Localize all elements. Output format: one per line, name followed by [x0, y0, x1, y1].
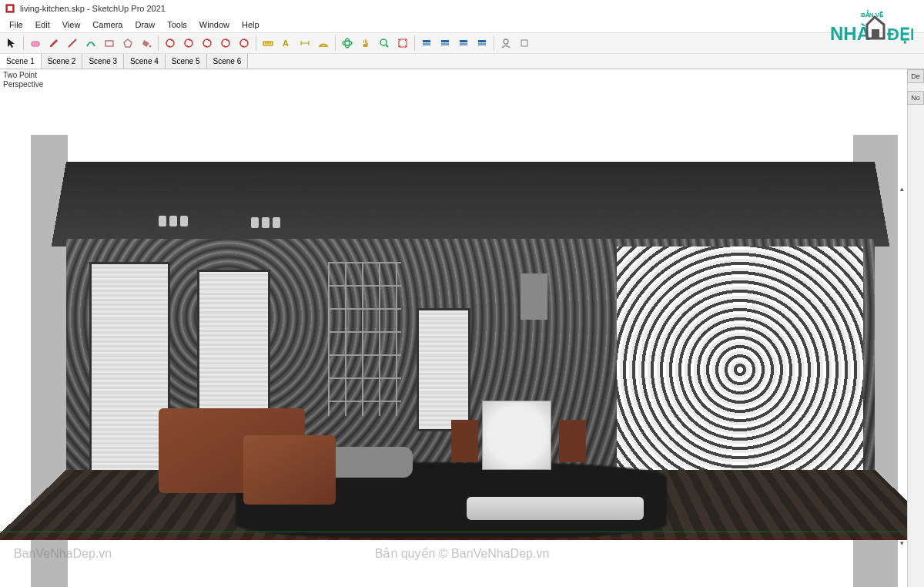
polygon-button[interactable] — [119, 35, 136, 52]
svg-rect-26 — [423, 43, 430, 45]
section-button[interactable] — [236, 35, 253, 52]
scene-tab-1[interactable]: Scene 1 — [0, 54, 42, 69]
svg-rect-32 — [478, 43, 486, 45]
track-light-1 — [159, 216, 166, 226]
menu-file[interactable]: File — [3, 18, 29, 31]
toolbar-separator — [158, 35, 159, 51]
svg-rect-2 — [32, 42, 39, 46]
zoom-extents-button[interactable] — [394, 35, 411, 52]
outliner-blue-button[interactable] — [437, 35, 454, 52]
orbit-red-icon — [182, 37, 195, 49]
protractor-icon — [317, 37, 330, 49]
scroll-down-icon[interactable]: ▾ — [898, 539, 906, 547]
rotate-red-button[interactable] — [162, 35, 179, 52]
toolbar-separator — [494, 35, 494, 51]
menu-view[interactable]: View — [56, 18, 87, 31]
zoom-extents-icon — [397, 37, 409, 49]
styles-blue-button[interactable] — [474, 35, 490, 52]
paint-bucket-button[interactable] — [138, 35, 155, 52]
orbit-red-button[interactable] — [180, 35, 197, 52]
scene-tab-6[interactable]: Scene 6 — [207, 54, 249, 69]
toolbar-separator — [23, 35, 24, 51]
select-arrow-button[interactable] — [3, 35, 20, 52]
toolbar-separator — [414, 35, 415, 51]
svg-rect-29 — [460, 40, 467, 42]
bar-chair-1 — [451, 420, 478, 462]
eraser-button[interactable] — [27, 35, 44, 52]
camera-mode-line1: Two Point — [3, 71, 43, 80]
paint-bucket-icon — [140, 37, 152, 49]
room-model — [66, 162, 875, 562]
svg-text:ĐẸP: ĐẸP — [887, 25, 913, 44]
svg-rect-34 — [521, 40, 527, 46]
menu-draw[interactable]: Draw — [129, 18, 161, 31]
line-button[interactable] — [64, 35, 81, 52]
svg-point-21 — [345, 39, 350, 48]
range-hood — [521, 273, 547, 320]
svg-text:BẢN VẼ: BẢN VẼ — [861, 9, 883, 18]
orbit-icon — [341, 37, 353, 49]
layer-blue-button[interactable] — [418, 35, 435, 52]
svg-rect-4 — [105, 41, 113, 46]
right-tray: De No — [907, 69, 924, 587]
viewport[interactable]: Two Point Perspective — [0, 69, 924, 587]
svg-text:A: A — [283, 39, 289, 48]
scroll-up-icon[interactable]: ▴ — [898, 185, 906, 193]
toolbar-separator — [256, 35, 256, 51]
menu-tools[interactable]: Tools — [161, 18, 193, 31]
scene-render — [0, 69, 924, 587]
outliner-blue-icon — [439, 37, 451, 49]
eraser-icon — [29, 37, 42, 49]
pencil-icon — [48, 37, 60, 49]
menu-help[interactable]: Help — [236, 18, 266, 31]
main-toolbar: A — [0, 32, 924, 54]
window-kitchen — [417, 308, 470, 431]
pan-hand-button[interactable] — [357, 35, 374, 52]
svg-point-10 — [222, 39, 229, 47]
scene-tab-2[interactable]: Scene 2 — [42, 54, 83, 69]
tape-measure-icon — [262, 37, 274, 49]
extension-button[interactable] — [516, 35, 533, 52]
arc-button[interactable] — [82, 35, 99, 52]
move-red-button[interactable] — [199, 35, 216, 52]
select-arrow-icon — [5, 37, 18, 49]
title-separator: - — [85, 4, 92, 13]
components-blue-button[interactable] — [455, 35, 472, 52]
pencil-button[interactable] — [45, 35, 62, 52]
svg-rect-31 — [478, 40, 486, 42]
svg-rect-25 — [423, 40, 430, 42]
rectangle-button[interactable] — [101, 35, 118, 52]
scene-tab-5[interactable]: Scene 5 — [166, 54, 207, 69]
rotate-red-icon — [164, 37, 176, 49]
section-icon — [238, 37, 250, 49]
dimension-icon — [299, 37, 311, 49]
zoom-button[interactable] — [376, 35, 393, 52]
scale-red-button[interactable] — [217, 35, 234, 52]
orbit-button[interactable] — [339, 35, 356, 52]
app-icon — [5, 3, 15, 14]
menu-camera[interactable]: Camera — [86, 18, 129, 31]
move-red-icon — [201, 37, 213, 49]
menu-window[interactable]: Window — [193, 18, 236, 31]
scene-tab-4[interactable]: Scene 4 — [124, 54, 166, 69]
extension-icon — [518, 37, 531, 49]
text-label-button[interactable]: A — [278, 35, 295, 52]
tray-tab-default[interactable]: De — [907, 69, 924, 83]
user-account-button[interactable] — [497, 35, 514, 52]
dimension-button[interactable] — [296, 35, 313, 52]
tray-tab-notes[interactable]: No — [907, 91, 924, 105]
axis-green — [0, 532, 924, 532]
tape-measure-button[interactable] — [259, 35, 276, 52]
title-filename: living-kitchen.skp — [20, 4, 85, 13]
svg-point-8 — [185, 39, 192, 47]
coffee-table — [467, 497, 644, 520]
brand-logo: BẢN VẼ NHÀ ĐẸP — [829, 8, 913, 46]
viewport-scroll-indicator[interactable]: ▴ ▾ — [898, 185, 906, 547]
svg-point-20 — [343, 41, 352, 45]
track-light-2 — [251, 217, 259, 228]
title-bar: living-kitchen.skp - SketchUp Pro 2021 — [0, 0, 924, 17]
protractor-button[interactable] — [315, 35, 332, 52]
svg-line-3 — [69, 39, 76, 47]
menu-edit[interactable]: Edit — [29, 18, 56, 31]
scene-tab-3[interactable]: Scene 3 — [82, 54, 124, 69]
